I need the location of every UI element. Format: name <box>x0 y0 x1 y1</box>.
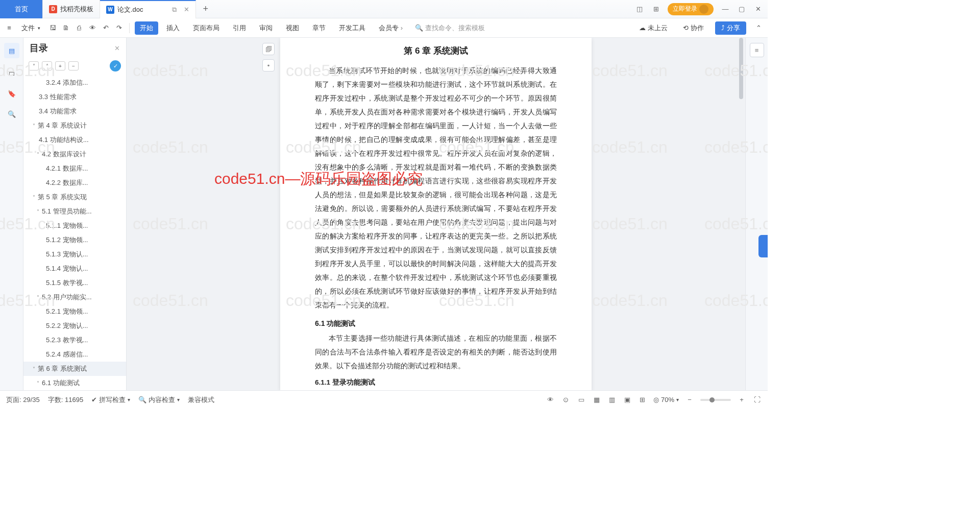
zoom-out-icon[interactable]: − <box>685 395 694 405</box>
menu-icon[interactable]: ≡ <box>4 23 14 33</box>
search-panel-icon[interactable]: 🔍 <box>6 108 17 120</box>
tab-add[interactable]: + <box>196 4 216 14</box>
maximize-button[interactable]: ▢ <box>737 5 746 14</box>
tab-document[interactable]: W 论文.doc ⧉ ✕ <box>100 0 196 18</box>
preview-icon[interactable]: 👁 <box>87 23 97 33</box>
outline-item[interactable]: 5.1.2 宠物领... <box>23 233 126 247</box>
content-check-button[interactable]: 🔍内容检查 ▾ <box>138 395 180 405</box>
outline-item[interactable]: ˅第 4 章 系统设计 <box>23 119 126 133</box>
outline-item[interactable]: ˅6.1 功能测试 <box>23 376 126 390</box>
eye-icon[interactable]: 👁 <box>546 395 555 405</box>
tab-chapter[interactable]: 章节 <box>307 21 331 35</box>
external-icon[interactable]: ⧉ <box>172 6 177 14</box>
login-button[interactable]: 立即登录 <box>668 3 714 15</box>
apps-icon[interactable]: ⊞ <box>651 5 660 14</box>
focus-icon[interactable]: ⊙ <box>561 395 571 405</box>
view-page-icon[interactable]: ▭ <box>577 395 586 405</box>
save-as-icon[interactable]: 🗎 <box>61 23 71 33</box>
outline-item[interactable]: ˅5.2 用户功能实... <box>23 290 126 304</box>
cloud-status[interactable]: ☁未上云 <box>635 21 672 35</box>
outline-item[interactable]: 5.1.5 教学视... <box>23 276 126 290</box>
outline-item[interactable]: 3.3 性能需求 <box>23 90 126 104</box>
outline-title: 目录 <box>30 42 48 54</box>
side-tab[interactable] <box>758 235 768 257</box>
collapse-all-icon[interactable]: ˅ <box>29 61 39 70</box>
tab-member[interactable]: 会员专 › <box>374 21 408 35</box>
sync-icon[interactable]: ✓ <box>110 60 121 72</box>
outline-item[interactable]: 5.2.4 感谢信... <box>23 347 126 362</box>
document-page: 第 6 章 系统测试 当系统测试环节开始的时候，也就说明对于系统的编码已经弄得大… <box>280 38 592 390</box>
outline-item[interactable]: 5.2.3 教学视... <box>23 333 126 347</box>
outline-item[interactable]: ˅4.2 数据库设计 <box>23 147 126 161</box>
expand-ribbon-icon[interactable]: ⌃ <box>753 23 764 33</box>
coop-button[interactable]: ⟲协作 <box>679 21 708 35</box>
doc-heading-3: 6.1.1 登录功能测试 <box>315 378 557 387</box>
outline-item[interactable]: 4.1 功能结构设... <box>23 133 126 147</box>
outline-item[interactable]: ˅5.1 管理员功能... <box>23 204 126 219</box>
zoom-control[interactable]: ◎ 70% ▾ <box>653 396 679 404</box>
compat-mode[interactable]: 兼容模式 <box>188 395 214 405</box>
docer-icon: D <box>49 5 57 13</box>
outline-item[interactable]: 5.2.2 宠物认... <box>23 319 126 333</box>
tab-home[interactable]: 首页 <box>0 0 43 18</box>
tab-review[interactable]: 审阅 <box>254 21 278 35</box>
tab-layout[interactable]: 页面布局 <box>188 21 225 35</box>
outline-item[interactable]: 5.1.1 宠物领... <box>23 219 126 233</box>
doc-paragraph: 登录是一个常规功能，虽然是常规功能，但是用处很大，可以拒绝非法用户访问，只有合法… <box>315 389 557 390</box>
fullscreen-icon[interactable]: ⛶ <box>752 395 762 405</box>
undo-icon[interactable]: ↶ <box>101 23 111 33</box>
tab-close[interactable]: ✕ <box>184 6 189 13</box>
remove-heading-icon[interactable]: − <box>68 61 79 70</box>
tab-start[interactable]: 开始 <box>135 21 158 35</box>
redo-icon[interactable]: ↷ <box>114 23 124 33</box>
side-panel-toggle[interactable]: ≡ <box>750 43 764 57</box>
outline-item[interactable]: 3.4 功能需求 <box>23 104 126 119</box>
doc-paragraph: 当系统测试环节开始的时候，也就说明对于系统的编码已经弄得大致通顺了，剩下来需要对… <box>315 64 557 312</box>
command-search[interactable]: 🔍查找命令、搜索模板 <box>415 23 485 33</box>
outline-item[interactable]: ˅第 5 章 系统实现 <box>23 190 126 204</box>
word-count[interactable]: 字数: 11695 <box>48 395 83 405</box>
spellcheck-button[interactable]: ✔拼写检查 ▾ <box>91 395 130 405</box>
tab-references[interactable]: 引用 <box>228 21 251 35</box>
scrollbar-vert[interactable] <box>739 38 744 390</box>
avatar-icon <box>699 5 708 14</box>
print-icon[interactable]: ⎙ <box>74 23 84 33</box>
doc-heading-2: 6.1 功能测试 <box>315 319 557 328</box>
minimize-button[interactable]: ― <box>721 5 730 14</box>
save-icon[interactable]: 🖫 <box>47 23 58 33</box>
outline-icon[interactable]: ▤ <box>4 43 19 58</box>
outline-item[interactable]: 5.2.1 宠物领... <box>23 304 126 319</box>
view-web-icon[interactable]: ▦ <box>592 395 601 405</box>
page-copy-icon[interactable]: 🗐 <box>262 43 275 55</box>
view-outline-icon[interactable]: ▥ <box>607 395 617 405</box>
layout-icon[interactable]: ◫ <box>635 5 644 14</box>
share-button[interactable]: ⤴分享 <box>715 21 746 35</box>
outline-item[interactable]: 3.2.4 添加信... <box>23 76 126 90</box>
tab-insert[interactable]: 插入 <box>161 21 185 35</box>
add-heading-icon[interactable]: + <box>55 61 65 70</box>
outline-close[interactable]: ✕ <box>114 44 120 52</box>
tab-template[interactable]: D 找稻壳模板 <box>43 0 100 18</box>
expand-all-icon[interactable]: ˄ <box>42 61 52 70</box>
close-button[interactable]: ✕ <box>753 5 763 14</box>
page-indicator[interactable]: 页面: 29/35 <box>6 395 40 405</box>
clipboard-icon[interactable]: 🗀 <box>6 67 17 79</box>
zoom-in-icon[interactable]: + <box>737 395 746 405</box>
tab-devtools[interactable]: 开发工具 <box>334 21 371 35</box>
outline-item[interactable]: 4.2.1 数据库... <box>23 161 126 176</box>
page-pin-icon[interactable]: • <box>262 59 275 72</box>
outline-item[interactable]: 5.1.4 宠物认... <box>23 262 126 276</box>
file-menu[interactable]: 文件▾ <box>17 21 44 35</box>
bookmark-icon[interactable]: 🔖 <box>6 88 17 99</box>
doc-heading-1: 第 6 章 系统测试 <box>315 45 557 57</box>
outline-item[interactable]: 5.1.3 宠物认... <box>23 247 126 262</box>
outline-item[interactable]: 4.2.2 数据库... <box>23 176 126 190</box>
outline-item[interactable]: ˅第 6 章 系统测试 <box>23 362 126 376</box>
wps-doc-icon: W <box>106 6 114 14</box>
outline-list: 3.2.4 添加信...3.3 性能需求3.4 功能需求˅第 4 章 系统设计4… <box>23 74 126 390</box>
zoom-slider[interactable] <box>700 399 731 401</box>
view-read-icon[interactable]: ▣ <box>623 395 632 405</box>
tab-view[interactable]: 视图 <box>281 21 304 35</box>
settings-icon[interactable]: ⊞ <box>638 395 647 405</box>
cloud-icon: ☁ <box>639 24 646 32</box>
